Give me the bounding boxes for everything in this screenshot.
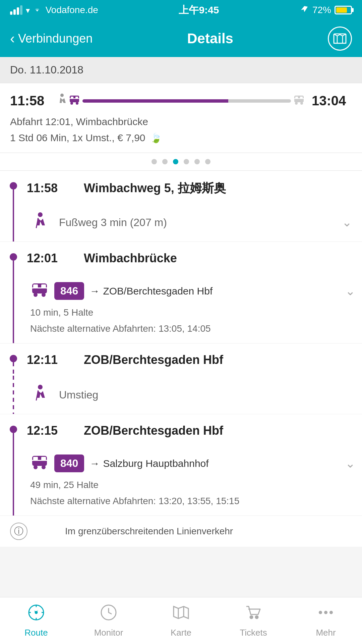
- progress-line: [82, 99, 291, 103]
- stop-2-name: Wimbachbrücke: [84, 251, 177, 265]
- timeline-bus-840: [0, 446, 27, 516]
- svg-marker-31: [174, 606, 188, 619]
- more-icon: [317, 604, 335, 625]
- svg-point-17: [42, 293, 46, 297]
- timeline-line-bus-2: [13, 446, 14, 516]
- tab-bar: Route Monitor Karte Tic: [0, 597, 362, 644]
- bus-destination-840: → Salzburg Hauptbahnhof: [89, 458, 340, 469]
- signal-icon: [10, 5, 22, 15]
- tab-monitor[interactable]: Monitor: [82, 604, 135, 638]
- info-note-row: ⓘ Im grenzüberschreitenden Linienverkehr: [0, 516, 362, 547]
- timeline-dot-1: [10, 182, 17, 190]
- journey-timeline-row: 11:58: [10, 93, 352, 108]
- destination-text-840: Salzburg Hauptbahnhof: [103, 458, 208, 469]
- dot-5[interactable]: [194, 159, 200, 164]
- transfer-description: Umstieg: [59, 389, 98, 401]
- svg-point-34: [250, 616, 253, 619]
- timeline-dot-2: [10, 253, 17, 261]
- back-label: Verbindungen: [18, 32, 93, 46]
- svg-rect-13: [300, 97, 303, 99]
- stop-2-info: 12:01 Wimbachbrücke: [27, 251, 352, 274]
- transfer-segment: Umstieg: [0, 376, 362, 414]
- arrow-icon-840: →: [89, 458, 100, 469]
- tab-tickets[interactable]: Tickets: [227, 604, 280, 638]
- svg-point-24: [42, 465, 46, 469]
- journey-transfers: 1x Umst.,: [72, 132, 115, 143]
- bus-content-840: 840 → Salzburg Hauptbahnhof ⌄ 49 min, 25…: [27, 446, 362, 516]
- svg-point-37: [324, 611, 327, 614]
- bus-duration-840: 49 min, 25 Halte: [30, 477, 355, 493]
- chevron-left-icon: ‹: [10, 31, 15, 47]
- back-button[interactable]: ‹ Verbindungen: [10, 31, 93, 47]
- battery-icon: [335, 6, 352, 14]
- bus-content-846: 846 → ZOB/Berchtesgaden Hbf ⌄ 10 min, 5 …: [27, 274, 362, 343]
- info-icon: ⓘ: [10, 523, 27, 540]
- timeline-dot-4: [10, 426, 17, 433]
- dot-6[interactable]: [205, 159, 210, 164]
- stop-3-time: 12:11: [27, 353, 77, 367]
- svg-point-21: [38, 385, 43, 389]
- dot-2[interactable]: [162, 159, 168, 164]
- svg-point-3: [70, 102, 73, 105]
- dot-1[interactable]: [152, 159, 157, 164]
- timeline-line-2: [13, 261, 14, 274]
- svg-point-14: [38, 212, 43, 217]
- timeline-stop-1: [0, 180, 27, 203]
- stop-1-name: Wimbachweg 5, 拉姆斯奥: [84, 180, 226, 197]
- dot-4[interactable]: [184, 159, 189, 164]
- arrow-icon-846: →: [89, 285, 100, 297]
- bus-details-846: 10 min, 5 Halte Nächste alternative Abfa…: [30, 305, 355, 336]
- svg-rect-27: [41, 457, 46, 460]
- battery-percent: 72%: [312, 5, 331, 15]
- svg-point-16: [34, 293, 38, 297]
- timeline-dashed-3: [13, 362, 14, 376]
- page-title: Details: [187, 31, 233, 47]
- eco-leaf-icon: 🍃: [150, 131, 162, 146]
- bus-icon-end: [293, 94, 305, 108]
- bus-chevron-840[interactable]: ⌄: [345, 457, 355, 471]
- route-badge-840: 840: [54, 454, 84, 472]
- svg-rect-12: [295, 97, 298, 99]
- walk-person-icon: [30, 212, 50, 233]
- stop-4-time: 12:15: [27, 424, 77, 438]
- tab-karte[interactable]: Karte: [154, 604, 208, 638]
- map-button[interactable]: [328, 26, 352, 51]
- tab-route-label: Route: [24, 628, 48, 638]
- bus-chevron-846[interactable]: ⌄: [345, 284, 355, 298]
- dot-3[interactable]: [173, 159, 178, 164]
- walk-icon-small: [57, 94, 67, 108]
- cart-icon: [245, 604, 262, 625]
- tab-mehr[interactable]: Mehr: [299, 604, 353, 638]
- tab-route[interactable]: Route: [9, 604, 63, 638]
- timeline-walk-1: [0, 203, 27, 241]
- date-bar: Do. 11.10.2018: [0, 57, 362, 83]
- svg-point-23: [34, 465, 38, 469]
- timeline-stop-4: [0, 424, 27, 446]
- status-left: ▾︎ Vodafone.de: [10, 5, 98, 15]
- route-badge-846: 846: [54, 282, 84, 300]
- journey-progress-bar: [57, 94, 305, 108]
- walk-chevron-1[interactable]: ⌄: [342, 215, 352, 229]
- destination-text-846: ZOB/Berchtesgaden Hbf: [103, 285, 213, 297]
- timeline-dashed-transfer: [13, 376, 14, 414]
- arrive-time: 13:04: [312, 93, 352, 108]
- depart-detail: Abfahrt 12:01, Wimbachbrücke: [10, 116, 148, 127]
- transfer-person-icon: [30, 384, 50, 405]
- timeline-line-4: [13, 433, 14, 446]
- stop-3: 12:11 ZOB/Berchtesgaden Hbf: [0, 343, 362, 376]
- bus-details-840: 49 min, 25 Halte Nächste alternative Abf…: [30, 477, 355, 509]
- nav-bar: ‹ Verbindungen Details: [0, 20, 362, 57]
- timeline-dot-3: [10, 355, 17, 362]
- bus-alternatives-846: Nächste alternative Abfahrten: 13:05, 14…: [30, 321, 355, 337]
- bus-main-840: 840 → Salzburg Hauptbahnhof ⌄: [30, 453, 355, 474]
- route-detail: 11:58 Wimbachweg 5, 拉姆斯奥 Fußweg 3 min (2…: [0, 171, 362, 547]
- info-note-text: Im grenzüberschreitenden Linienverkehr: [65, 526, 233, 537]
- walk-content-1: Fußweg 3 min (207 m) ⌄: [27, 203, 362, 241]
- svg-rect-20: [41, 284, 46, 288]
- svg-rect-7: [75, 97, 78, 99]
- journey-info: Abfahrt 12:01, Wimbachbrücke 1 Std 06 Mi…: [10, 114, 352, 146]
- clock-icon: [100, 604, 117, 625]
- timeline-bus-846: [0, 274, 27, 343]
- bus-duration-846: 10 min, 5 Halte: [30, 305, 355, 321]
- bus-destination-846: → ZOB/Berchtesgaden Hbf: [89, 285, 340, 297]
